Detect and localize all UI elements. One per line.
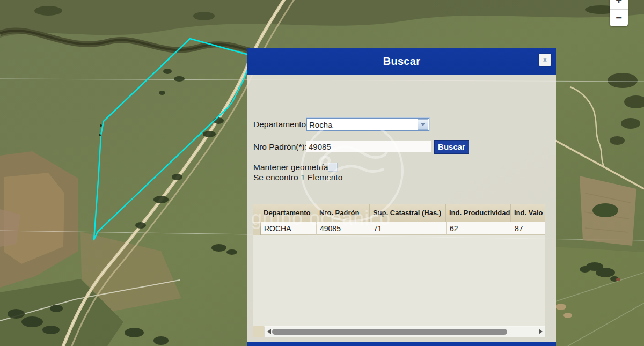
departamento-label: Departamento — [253, 120, 306, 129]
zoom-out-button[interactable]: − — [610, 10, 628, 26]
cell-departamento: ROCHA — [261, 222, 317, 235]
col-sup-catastral: Sup. Catastral (Has.) — [370, 204, 446, 222]
map-zoom-widget: + − — [610, 0, 628, 26]
minus-icon: − — [616, 12, 622, 24]
col-nro-padron: Nro. Padrón — [316, 204, 370, 222]
scroll-left-arrow-icon[interactable] — [267, 329, 271, 334]
horizontal-scrollbar[interactable] — [265, 326, 545, 337]
buscar-button[interactable]: Buscar — [434, 140, 469, 154]
buscar-dialog: Buscar x Departamento Rocha Nro Padrón(*… — [247, 48, 556, 346]
table-header-row: Departamento Nro. Padrón Sup. Catastral … — [253, 204, 545, 222]
table-scroll-corner — [253, 326, 264, 337]
scroll-right-arrow-icon[interactable] — [539, 329, 543, 334]
table-empty-area — [253, 235, 545, 327]
mantener-geometria-checkbox[interactable] — [328, 163, 338, 172]
dialog-body: Departamento Rocha Nro Padrón(*): 49085 … — [247, 75, 556, 342]
col-ind-productividad: Ind. Productividad — [446, 204, 511, 222]
app-viewport: + − Buscar x Departamento Rocha Nro Padr… — [0, 0, 644, 346]
result-count-text: Se encontro 1 Elemento — [253, 173, 342, 182]
dialog-title: Buscar — [247, 48, 556, 75]
plus-icon: + — [616, 0, 622, 7]
departamento-select[interactable]: Rocha — [306, 118, 429, 131]
close-icon: x — [543, 55, 547, 64]
dialog-footer-bar — [247, 342, 556, 346]
dialog-titlebar[interactable]: Buscar x — [247, 48, 556, 75]
cell-ind-productividad: 62 — [447, 222, 511, 235]
row-selector-header — [253, 204, 260, 222]
padron-input[interactable]: 49085 — [306, 141, 431, 152]
zoom-in-button[interactable]: + — [610, 0, 628, 9]
table-row[interactable]: ROCHA 49085 71 62 87 — [253, 222, 545, 235]
padron-input-value: 49085 — [309, 142, 331, 151]
row-selector-cell[interactable] — [253, 222, 261, 235]
dropdown-arrow-icon[interactable] — [418, 119, 428, 130]
cell-sup-catastral: 71 — [370, 222, 447, 235]
mantener-geometria-label: Mantener geometría — [253, 163, 328, 172]
padron-label: Nro Padrón(*): — [253, 142, 307, 152]
col-departamento: Departamento — [260, 204, 316, 222]
scrollbar-thumb[interactable] — [272, 329, 507, 335]
col-ind-valor: Ind. Valo — [511, 204, 545, 222]
cell-nro-padron: 49085 — [317, 222, 370, 235]
results-table: Departamento Nro. Padrón Sup. Catastral … — [253, 204, 545, 327]
departamento-selected-value: Rocha — [307, 120, 418, 129]
close-button[interactable]: x — [539, 54, 551, 66]
cell-ind-valor: 87 — [511, 222, 545, 235]
